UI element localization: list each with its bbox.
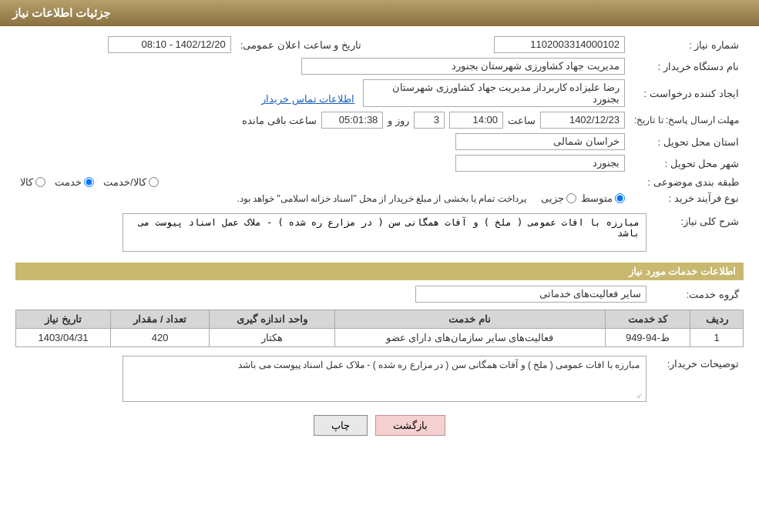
tozi-text: مبارزه با افات عمومی ( ملخ ) و آفات همگا… bbox=[238, 360, 640, 370]
baqiMande-label: ساعت باقی مانده bbox=[242, 115, 317, 126]
cell-namKhadamat: فعالیت‌های سایر سازمان‌های دارای عضو bbox=[334, 329, 605, 347]
page-title: جزئیات اطلاعات نیاز bbox=[12, 6, 110, 19]
buttons-row: بازگشت چاپ bbox=[15, 415, 744, 436]
gorohKhadamat-value: سایر فعالیت‌های خدماتی bbox=[415, 286, 646, 303]
sharhKolliNiaz-label: شرح کلی نیاز: bbox=[651, 211, 744, 256]
tozi-label: توصیحات خریدار: bbox=[651, 353, 744, 404]
back-button[interactable]: بازگشت bbox=[375, 415, 445, 436]
ejadKonande-link[interactable]: اطلاعات تماس خریدار bbox=[261, 93, 354, 105]
baqiMande-value: 05:01:38 bbox=[321, 112, 383, 129]
radio-motavasset-label: متوسط bbox=[581, 192, 613, 204]
tarikhSaatElan-value: 1402/12/20 - 08:10 bbox=[108, 36, 231, 53]
tarikhSaatElan-label: تاریخ و ساعت اعلان عمومی: bbox=[236, 34, 366, 55]
shomareNiaz-value: 1102003314000102 bbox=[494, 36, 625, 53]
table-row: 1ط-94-949فعالیت‌های سایر سازمان‌های دارا… bbox=[16, 329, 744, 347]
namDastgah-label: نام دستگاه خریدار : bbox=[630, 55, 744, 77]
radio-jozi[interactable] bbox=[566, 193, 576, 203]
services-table: ردیف کد خدمت نام خدمت واحد اندازه گیری ت… bbox=[15, 309, 744, 347]
radio-kalaKhedmat-item: کالا/خدمت bbox=[103, 176, 159, 188]
radio-kalaKhedmat[interactable] bbox=[149, 177, 159, 187]
shomareNiaz-label: شماره نیاز : bbox=[630, 34, 744, 55]
ejadKonande-value: رضا علیزاده کاربرداز مدیریت جهاد کشاورزی… bbox=[363, 79, 625, 107]
ejadKonande-label: ایجاد کننده درخواست : bbox=[630, 77, 744, 109]
etelaatKhadamat-section: اطلاعات خدمات مورد نیاز bbox=[15, 263, 744, 280]
tabaqebandi-label: طبقه بندی موضوعی : bbox=[630, 174, 744, 190]
radio-kala[interactable] bbox=[35, 177, 45, 187]
roz-label: روز و bbox=[388, 115, 409, 126]
namDastgah-value: مدیریت جهاد کشاورزی شهرستان بجنورد bbox=[301, 58, 625, 75]
radio-motavasset[interactable] bbox=[615, 193, 625, 203]
radio-jozi-item: جزیی bbox=[541, 192, 576, 204]
cell-tedad: 420 bbox=[110, 329, 210, 347]
noeFarayand-label: نوع فرآیند خرید : bbox=[630, 190, 744, 206]
radio-khedmat-item: خدمت bbox=[55, 176, 94, 188]
gorohKhadamat-label: گروه خدمت: bbox=[651, 283, 744, 305]
radio-motavasset-item: متوسط bbox=[581, 192, 625, 204]
radio-kala-label: کالا bbox=[20, 176, 33, 188]
radio-khedmat-label: خدمت bbox=[55, 176, 82, 188]
saat-label: ساعت bbox=[508, 115, 536, 126]
radio-khedmat[interactable] bbox=[84, 177, 94, 187]
sharhKolliNiaz-textarea[interactable]: مبارزه با افات عمومی ( ملخ ) و آفات همگا… bbox=[123, 213, 646, 252]
ostanTahvil-label: استان محل تحویل : bbox=[630, 131, 744, 152]
roz-value: 3 bbox=[414, 112, 445, 129]
shahrTahvil-value: بجنورد bbox=[455, 155, 625, 172]
cell-tarikh: 1403/04/31 bbox=[16, 329, 111, 347]
mohlatErsalPasokh-label: مهلت ارسال پاسخ: تا تاریخ: bbox=[630, 109, 744, 131]
cell-kodKhadamat: ط-94-949 bbox=[605, 329, 690, 347]
print-button[interactable]: چاپ bbox=[314, 415, 368, 436]
shahrTahvil-label: شهر محل تحویل : bbox=[630, 152, 744, 174]
cell-radif: 1 bbox=[690, 329, 744, 347]
radio-kala-item: کالا bbox=[20, 176, 45, 188]
ostanTahvil-value: خراسان شمالی bbox=[455, 133, 625, 150]
th-tarikh: تاریخ نیاز bbox=[16, 310, 111, 329]
th-namKhadamat: نام خدمت bbox=[334, 310, 605, 329]
radio-kalaKhedmat-label: کالا/خدمت bbox=[103, 176, 146, 188]
th-tedad: تعداد / مقدار bbox=[110, 310, 210, 329]
th-vahed: واحد اندازه گیری bbox=[210, 310, 334, 329]
th-radif: ردیف bbox=[690, 310, 744, 329]
etelaatKhadamat-label: اطلاعات خدمات مورد نیاز bbox=[629, 266, 736, 277]
farayand-text: پرداخت تمام یا بخشی از مبلغ خریدار از مح… bbox=[237, 193, 526, 204]
radio-jozi-label: جزیی bbox=[541, 192, 564, 204]
saat-value: 14:00 bbox=[449, 112, 503, 129]
cell-vahed: هکتار bbox=[210, 329, 334, 347]
tarikh-value: 1402/12/23 bbox=[540, 112, 625, 129]
page-header: جزئیات اطلاعات نیاز bbox=[0, 0, 759, 26]
th-kodKhadamat: کد خدمت bbox=[605, 310, 690, 329]
tozi-box: مبارزه با افات عمومی ( ملخ ) و آفات همگا… bbox=[123, 356, 646, 402]
